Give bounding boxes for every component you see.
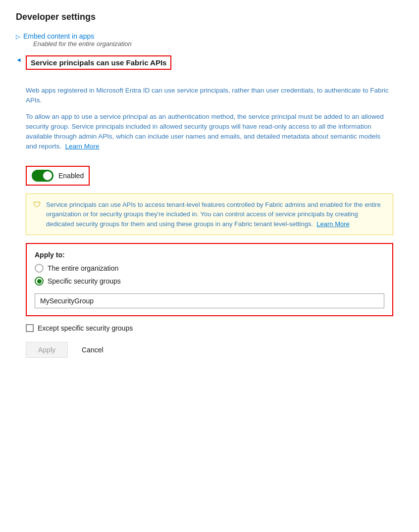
service-principals-section: ◄ Service principals can use Fabric APIs… xyxy=(16,55,403,366)
radio-specific-groups-label: Specific security groups xyxy=(48,277,121,285)
service-principal-chevron-down-icon[interactable]: ◄ xyxy=(16,56,22,63)
radio-specific-groups-row[interactable]: Specific security groups xyxy=(35,277,384,286)
apply-to-label: Apply to: xyxy=(35,251,384,259)
warning-shield-icon: 🛡 xyxy=(33,200,41,209)
section-content: Web apps registered in Microsoft Entra I… xyxy=(16,78,403,366)
description-1: Web apps registered in Microsoft Entra I… xyxy=(26,86,393,106)
except-checkbox[interactable] xyxy=(26,324,34,332)
enabled-toggle[interactable] xyxy=(32,170,53,182)
warning-text: Service principals can use APIs to acces… xyxy=(46,200,386,229)
learn-more-link-2[interactable]: Learn More xyxy=(316,220,349,228)
button-row: Apply Cancel xyxy=(26,342,393,358)
apply-button[interactable]: Apply xyxy=(26,342,68,358)
section-main-title[interactable]: Service principals can use Fabric APIs xyxy=(26,55,172,70)
radio-specific-groups[interactable] xyxy=(35,277,44,286)
embed-section-title[interactable]: Embed content in apps xyxy=(23,32,132,40)
radio-entire-org[interactable] xyxy=(35,264,44,273)
cancel-button[interactable]: Cancel xyxy=(76,342,109,357)
embed-chevron-right-icon[interactable]: ▷ xyxy=(16,33,20,40)
warning-box: 🛡 Service principals can use APIs to acc… xyxy=(26,193,393,236)
except-label: Except specific security groups xyxy=(38,324,133,332)
embed-section-item: ▷ Embed content in apps Enabled for the … xyxy=(16,32,403,48)
radio-entire-org-row[interactable]: The entire organization xyxy=(35,264,384,273)
learn-more-link-1[interactable]: Learn More xyxy=(65,143,100,150)
section-header-row: ◄ Service principals can use Fabric APIs xyxy=(16,55,403,70)
radio-entire-org-label: The entire organization xyxy=(48,264,118,272)
except-row: Except specific security groups xyxy=(26,324,393,332)
description-2: To allow an app to use a service princip… xyxy=(26,112,393,152)
page-title: Developer settings xyxy=(16,12,403,22)
security-group-input[interactable] xyxy=(35,293,384,308)
toggle-label: Enabled xyxy=(58,172,84,180)
toggle-container: Enabled xyxy=(26,166,90,186)
apply-to-box: Apply to: The entire organization Specif… xyxy=(26,243,393,316)
embed-section-subtitle: Enabled for the entire organization xyxy=(33,40,132,48)
